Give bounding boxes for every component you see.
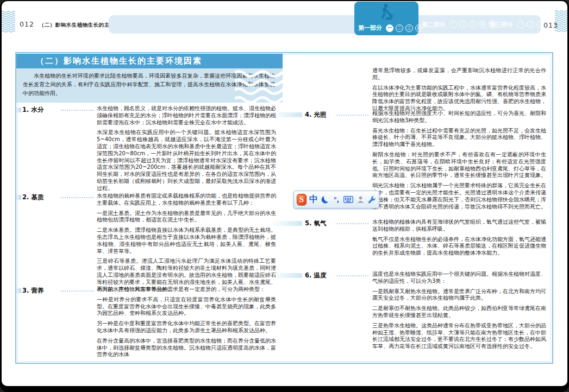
paragraph: 弱光沉水植物：沉水植物属于一个光照要求特殊的群落，它虽完全生长在水中，也需要有一…: [372, 182, 546, 210]
dotted-leader: [337, 223, 368, 224]
digger-icon: [377, 3, 396, 21]
paragraph: 另一种是在中度和重度富营养化水体中均能正常生长的喜肥类型。在富营养化水体中具有很…: [97, 320, 276, 334]
account-person-icon[interactable]: [356, 193, 365, 206]
dotted-leader: [337, 275, 368, 276]
section-marker: [16, 288, 21, 293]
paragraph: 二是水体基质。漂浮植物直接以水体为根系承载基质，是典型的无土栽培。生态浮岛上水生…: [97, 227, 276, 255]
nav-part2-item-2[interactable]: 二: [459, 21, 467, 28]
section-label-water: 1. 水分: [22, 106, 43, 114]
section-marker: [16, 108, 21, 112]
settings-wrench-icon[interactable]: [367, 193, 376, 206]
paragraph: 不同的水生植物对营养养分的需求是有一定差异的，可分为两种类型：: [97, 286, 276, 293]
sogou-logo-icon[interactable]: S: [297, 194, 307, 205]
right-page-number: 013: [543, 21, 558, 29]
chapter-title-bar: （二）影响水生植物生长的主要环境因素: [16, 54, 283, 68]
nav-part2-item-3[interactable]: 三: [469, 21, 477, 28]
paragraph: 一是泥土基质。泥土作为水生植物的基质是最常见的，几乎绝大部分的水生植物包括漂浮植…: [97, 210, 276, 224]
nav-part2[interactable]: 第二部分 一 二 三 四 五: [422, 15, 496, 34]
section-label-light: 4. 光照: [305, 111, 326, 119]
wave-decoration-left: [2, 11, 15, 33]
nav-part1-item-1-active[interactable]: 一: [386, 24, 393, 32]
paragraph: 通常悬浮物较多，或爆发蓝藻，会严重影响沉水植物进行正常的光合作用。: [372, 67, 546, 81]
section-label-nutrition: 3. 营养: [22, 287, 43, 295]
nav-part1-label[interactable]: 第一部分: [358, 24, 382, 32]
section-label-substrate: 2. 基质: [22, 193, 43, 201]
paragraph: 温度也是水生植物实践应用中一个很关键的问题。根据水生植物对温度、气候的适应性，可…: [372, 271, 546, 285]
nav-part2-item-4[interactable]: 四: [479, 21, 486, 28]
nav-part1-active-tab[interactable]: 第一部分 一 二 三 四: [354, 2, 418, 35]
paragraph: 水生植物，顾名思义，就是对水分的依赖性很强的植物。挺水、湿生植物必须确保根部有充…: [97, 105, 276, 126]
paragraph: 二是耐寒但不耐热水生植物。此类品种较少，如西伯利亚等常绿鸢尾在南方热带就生长缓慢…: [372, 305, 546, 319]
nav-part1-item-2[interactable]: 二: [396, 24, 403, 32]
paragraph: 在养分含量高的水体中，宜选择喜肥类型的水生植物；而在养分含量低的水体中，则选择耐…: [97, 338, 276, 358]
paragraph: 耐阴水生植物：对光照的要求不严，有些喜欢在有一定遮蔽的环境中生长，如芋类、石菖蒲…: [372, 151, 546, 179]
paragraph: 根据水生植物对光照强度大小、时间长短的适应性，可分为喜光、耐阴和弱光沉水植物3种…: [372, 110, 546, 124]
section-marker: [271, 273, 302, 278]
section-marker: [271, 112, 302, 117]
sogou-ime-toolbar[interactable]: S 中 °,: [293, 191, 379, 208]
paragraph: 三是热带水生植物。这类品种通常分布在热带或亚热带地区，大部分的品种如王莲、热带睡…: [372, 323, 546, 350]
book-page-screenshot: 012 （二）影响水生植物生长的主要环境因素 第二部分 一 二 三 四 五 第三…: [0, 0, 569, 392]
dotted-leader: [61, 197, 93, 198]
paragraph: 在以水体净化为主要功能的实践工程中，水体通常富营养化程度较高，水生植物的主要目的…: [372, 85, 546, 112]
nav-part3-item-2[interactable]: 二: [527, 21, 534, 28]
left-page-number: 012: [20, 20, 34, 28]
dotted-leader: [61, 110, 93, 111]
section-label-temperature: 6. 温度: [305, 271, 326, 280]
dotted-leader: [337, 115, 368, 116]
section-label-oxygen: 5. 氧气: [305, 219, 326, 227]
nav-part3-item-3[interactable]: 三: [536, 21, 544, 28]
nav-part3-item-1[interactable]: 一: [517, 21, 524, 28]
paragraph: 喜光水生植物：在生长过程中需要有充足的光照，如光照不足，会发生植株徒长、叶小而薄…: [372, 128, 546, 148]
paragraph: 水深是水生植物在实践应用中的一个关键问题。挺水植物适宜水深范围为5~40cm，通…: [97, 129, 276, 192]
nav-part1-item-4[interactable]: 四: [415, 24, 423, 32]
nav-part2-label[interactable]: 第二部分: [422, 21, 446, 29]
parts-navigation-bar: 第二部分 一 二 三 四 五 第三部分 一 二 三 四: [109, 15, 541, 34]
paragraph: 氧气不仅是水生植物生长的必须条件，在水体净化功能方面，氧气还能通过植株、根系向泥…: [372, 236, 546, 257]
dotted-leader: [61, 290, 93, 292]
paragraph: 水生植物的植株体内具有呈海绵状的气室组织，氧气通过这些气室，被输送到植物的根部，…: [372, 219, 546, 233]
section-marker: [16, 195, 21, 200]
punctuation-mode-button[interactable]: °,: [332, 193, 341, 206]
soft-keyboard-icon[interactable]: [343, 193, 353, 206]
intro-wave-decoration: [235, 68, 283, 103]
nav-part2-item-1[interactable]: 一: [449, 21, 457, 28]
nav-part3-label[interactable]: 第三部分: [489, 21, 513, 29]
paragraph: 一是既耐寒又耐热水生植物。通常是世界广泛分布种，在北方和南方均可露天安全过冬，大…: [372, 288, 546, 302]
paragraph: 水生植物的栽种基质有固定或承载植株根系的功能，也是给植物提供营养的主要载体。在实…: [97, 193, 276, 207]
fullwidth-moon-icon[interactable]: [321, 193, 329, 206]
nav-part1-item-3[interactable]: 三: [405, 24, 413, 32]
intro-box: 水生植物的生长对环境的要求比陆生植物要高，环境因素较多且复杂，掌握这些环境因素与…: [16, 68, 283, 103]
chinese-mode-button[interactable]: 中: [309, 193, 318, 206]
paragraph: 一种是对养分的要求不高，只适宜在轻度富营养化水体中生长的耐贫瘠类型。在重度富营养…: [97, 296, 276, 317]
section-marker: [271, 221, 302, 226]
